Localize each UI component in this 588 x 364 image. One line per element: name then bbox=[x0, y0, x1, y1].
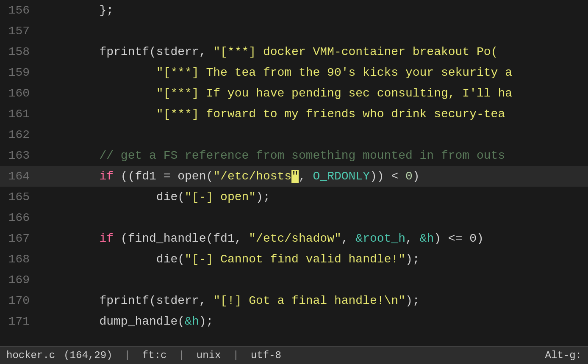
code-line: 156 }; bbox=[0, 0, 588, 21]
line-number: 156 bbox=[0, 0, 38, 21]
line-number: 158 bbox=[0, 41, 38, 62]
line-number: 162 bbox=[0, 124, 38, 145]
status-left: hocker.c (164,29) | ft:c | unix | utf-8 bbox=[6, 350, 281, 361]
code-line: 157 bbox=[0, 21, 588, 41]
editor-area: 156 };157158 fprintf(stderr, "[***] dock… bbox=[0, 0, 588, 346]
line-number: 170 bbox=[0, 290, 38, 311]
code-line: 163 // get a FS reference from something… bbox=[0, 145, 588, 166]
code-container: 156 };157158 fprintf(stderr, "[***] dock… bbox=[0, 0, 588, 346]
line-content: "[***] forward to my friends who drink s… bbox=[38, 104, 588, 124]
line-number: 160 bbox=[0, 83, 38, 104]
filename: hocker.c bbox=[6, 350, 55, 361]
line-number: 165 bbox=[0, 187, 38, 207]
code-line: 169 bbox=[0, 270, 588, 290]
line-number: 157 bbox=[0, 21, 38, 41]
separator2: | bbox=[178, 350, 184, 361]
line-content: fprintf(stderr, "[!] Got a final handle!… bbox=[38, 290, 588, 311]
line-content: die("[-] Cannot find valid handle!"); bbox=[38, 249, 588, 270]
code-line: 160 "[***] If you have pending sec consu… bbox=[0, 83, 588, 104]
line-number: 159 bbox=[0, 62, 38, 83]
line-number: 166 bbox=[0, 207, 38, 228]
line-content: "[***] If you have pending sec consultin… bbox=[38, 83, 588, 104]
code-line: 164 if ((fd1 = open("/etc/hosts", O_RDON… bbox=[0, 166, 588, 187]
line-content: "[***] The tea from the 90's kicks your … bbox=[38, 62, 588, 83]
filetype: ft:c bbox=[142, 350, 167, 361]
code-line: 165 die("[-] open"); bbox=[0, 187, 588, 207]
line-content: // get a FS reference from something mou… bbox=[38, 145, 588, 166]
position: (164,29) bbox=[64, 350, 112, 361]
separator1: | bbox=[124, 350, 130, 361]
line-number: 169 bbox=[0, 270, 38, 290]
separator3: | bbox=[233, 350, 239, 361]
line-number: 164 bbox=[0, 166, 38, 187]
line-number: 161 bbox=[0, 104, 38, 124]
line-content: fprintf(stderr, "[***] docker VMM-contai… bbox=[38, 41, 588, 62]
line-content: if ((fd1 = open("/etc/hosts", O_RDONLY))… bbox=[38, 166, 588, 187]
code-line: 166 bbox=[0, 207, 588, 228]
code-line: 170 fprintf(stderr, "[!] Got a final han… bbox=[0, 290, 588, 311]
line-content: }; bbox=[38, 0, 588, 21]
line-number: 167 bbox=[0, 228, 38, 249]
code-line: 168 die("[-] Cannot find valid handle!")… bbox=[0, 249, 588, 270]
code-line: 161 "[***] forward to my friends who dri… bbox=[0, 104, 588, 124]
line-number: 171 bbox=[0, 311, 38, 332]
status-bar: hocker.c (164,29) | ft:c | unix | utf-8 … bbox=[0, 346, 588, 364]
code-line: 158 fprintf(stderr, "[***] docker VMM-co… bbox=[0, 41, 588, 62]
code-line: 159 "[***] The tea from the 90's kicks y… bbox=[0, 62, 588, 83]
line-number: 168 bbox=[0, 249, 38, 270]
format: unix bbox=[197, 350, 221, 361]
line-content: die("[-] open"); bbox=[38, 187, 588, 207]
encoding: utf-8 bbox=[251, 350, 281, 361]
line-number: 163 bbox=[0, 145, 38, 166]
code-line: 171 dump_handle(&h); bbox=[0, 311, 588, 332]
code-line: 167 if (find_handle(fd1, "/etc/shadow", … bbox=[0, 228, 588, 249]
code-line: 162 bbox=[0, 124, 588, 145]
shortcut: Alt-g: bbox=[545, 350, 582, 361]
line-content: if (find_handle(fd1, "/etc/shadow", &roo… bbox=[38, 228, 588, 249]
line-content: dump_handle(&h); bbox=[38, 311, 588, 332]
